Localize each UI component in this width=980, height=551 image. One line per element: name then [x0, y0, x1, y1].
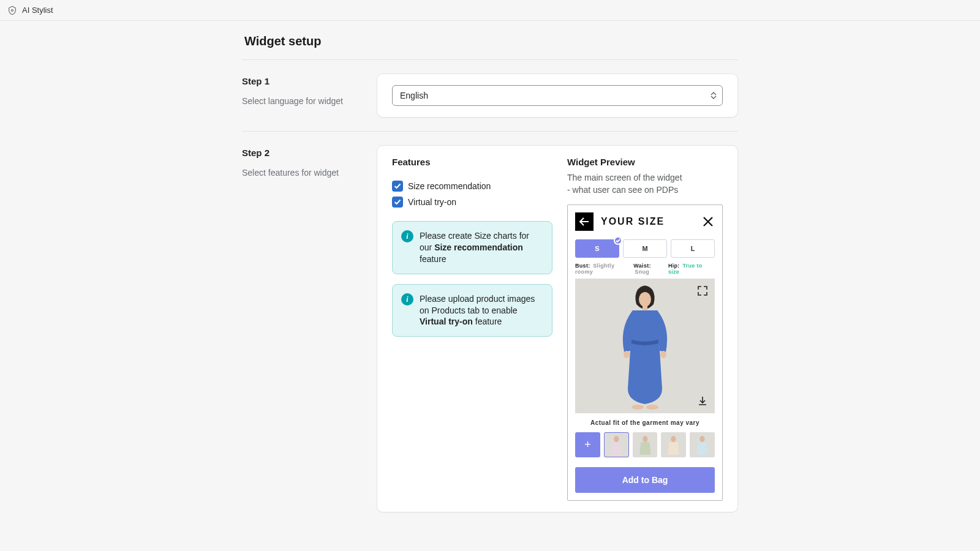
svg-point-11: [643, 436, 647, 442]
page-title: Widget setup: [242, 33, 738, 59]
step2-sub: Select features for widget: [242, 168, 358, 178]
brand-icon: [7, 6, 17, 15]
banner-text: Please upload product images on Products…: [420, 294, 535, 327]
step2-title: Step 2: [242, 148, 358, 158]
widget-title: YOUR SIZE: [601, 216, 665, 227]
fit-row: Bust: Slightly roomy Waist: Snug Hip:: [575, 263, 715, 275]
step1-row: Step 1 Select language for widget Englis…: [242, 73, 738, 118]
add-to-bag-button[interactable]: Add to Bag: [575, 467, 715, 493]
thumbnail-2[interactable]: [633, 432, 658, 457]
step1-title: Step 1: [242, 76, 358, 86]
checkbox-icon: [392, 197, 403, 208]
brand-label: AI Stylist: [22, 6, 53, 15]
close-button[interactable]: [701, 215, 715, 228]
plus-icon: +: [584, 438, 591, 451]
two-col: Features Size recommendation: [392, 157, 723, 501]
info-icon: i: [401, 230, 413, 242]
info-icon: i: [401, 293, 413, 305]
svg-point-5: [660, 351, 666, 358]
check-label: Virtual try-on: [408, 197, 456, 207]
brand: AI Stylist: [7, 6, 53, 15]
size-m[interactable]: M: [623, 239, 667, 258]
thumbnail-1[interactable]: [604, 432, 629, 457]
widget-preview: YOUR SIZE S: [567, 204, 723, 501]
step1-right: English: [377, 73, 738, 118]
fit-bust: Bust: Slightly roomy: [575, 263, 633, 275]
step2-left: Step 2 Select features for widget: [242, 145, 358, 178]
language-select-wrap: English: [392, 85, 723, 106]
step1-sub: Select language for widget: [242, 96, 358, 106]
divider: [242, 131, 738, 132]
features-col: Features Size recommendation: [392, 157, 552, 501]
thumbnail-4[interactable]: [690, 432, 715, 457]
svg-point-7: [646, 405, 658, 410]
widget-header: YOUR SIZE: [575, 212, 715, 231]
language-select[interactable]: English: [392, 85, 723, 106]
step2-right: Features Size recommendation: [377, 145, 738, 512]
banner-size-rec: i Please create Size charts for our Size…: [392, 221, 552, 274]
size-tabs: S M L: [575, 239, 715, 258]
check-label: Size recommendation: [408, 181, 491, 191]
features-card: Features Size recommendation: [377, 145, 738, 512]
page: Widget setup Step 1 Select language for …: [0, 21, 980, 551]
preview-sub: The main screen of the widget - what use…: [567, 172, 723, 196]
preview-col: Widget Preview The main screen of the wi…: [567, 157, 723, 501]
checkbox-icon: [392, 181, 403, 192]
size-s[interactable]: S: [575, 239, 619, 258]
banner-text: Please create Size charts for our Size r…: [420, 231, 529, 264]
fit-waist: Waist: Snug: [633, 263, 668, 275]
step2-row: Step 2 Select features for widget Featur…: [242, 145, 738, 512]
fit-hip: Hip: True to size: [668, 263, 715, 275]
check-size-recommendation[interactable]: Size recommendation: [392, 181, 552, 192]
check-badge-icon: [614, 236, 622, 245]
add-thumbnail[interactable]: +: [575, 432, 600, 457]
svg-point-4: [624, 351, 630, 358]
svg-point-0: [12, 9, 13, 11]
thumbnail-3[interactable]: [661, 432, 686, 457]
preview-heading: Widget Preview: [567, 157, 723, 167]
language-card: English: [377, 73, 738, 118]
thumbnail-row: +: [575, 432, 715, 457]
tryon-image: [575, 279, 715, 413]
expand-icon[interactable]: [695, 283, 710, 298]
download-icon[interactable]: [695, 394, 710, 408]
fit-caption: Actual fit of the garment may vary: [575, 419, 715, 426]
container: Widget setup Step 1 Select language for …: [242, 33, 738, 512]
svg-point-9: [614, 436, 619, 442]
divider: [242, 59, 738, 60]
svg-point-15: [700, 436, 705, 442]
svg-point-2: [639, 292, 651, 307]
svg-rect-3: [643, 305, 647, 310]
features-heading: Features: [392, 157, 552, 167]
back-button[interactable]: [575, 212, 594, 231]
step1-left: Step 1 Select language for widget: [242, 73, 358, 106]
check-virtual-tryon[interactable]: Virtual try-on: [392, 197, 552, 208]
topbar: AI Stylist: [0, 0, 980, 21]
size-l[interactable]: L: [671, 239, 715, 258]
svg-point-6: [631, 405, 644, 410]
banner-tryon: i Please upload product images on Produc…: [392, 284, 552, 337]
svg-point-13: [671, 436, 676, 442]
